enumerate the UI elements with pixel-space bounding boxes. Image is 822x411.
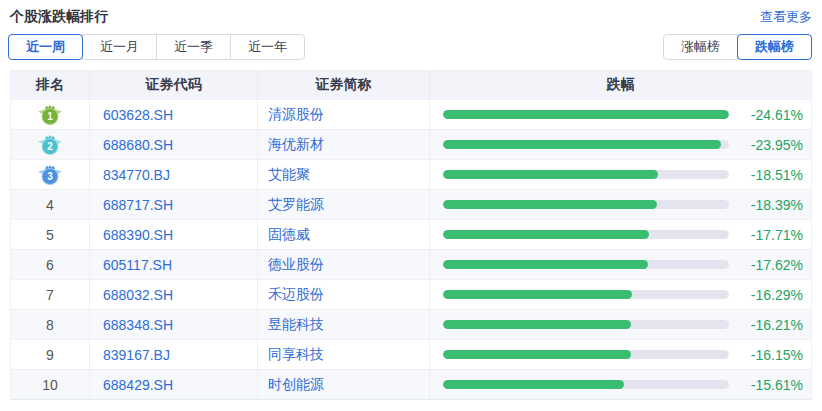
rank-cell: 4 bbox=[11, 190, 90, 219]
bar-track bbox=[443, 200, 729, 209]
tab-gainers[interactable]: 涨幅榜 bbox=[663, 34, 738, 60]
change-value: -24.61% bbox=[739, 107, 803, 123]
ranking-table: 排名 证券代码 证券简称 跌幅 1 603628.SH 清源股份 -24.61%… bbox=[10, 70, 812, 400]
stock-code-link[interactable]: 688680.SH bbox=[90, 130, 258, 159]
stock-ranking-panel: 个股涨跌幅排行 查看更多 近一周 近一月 近一季 近一年 涨幅榜 跌幅榜 排名 … bbox=[0, 0, 822, 411]
bar-track bbox=[443, 140, 729, 149]
medal-rank-2-icon: 2 bbox=[37, 134, 63, 156]
stock-code-link[interactable]: 603628.SH bbox=[90, 100, 258, 129]
svg-text:1: 1 bbox=[47, 111, 53, 122]
change-value: -17.71% bbox=[739, 227, 803, 243]
stock-name-link[interactable]: 昱能科技 bbox=[258, 310, 430, 339]
change-bar bbox=[443, 170, 658, 179]
change-cell: -16.15% bbox=[430, 340, 811, 369]
stock-code-link[interactable]: 688429.SH bbox=[90, 370, 258, 399]
stock-code-link[interactable]: 688390.SH bbox=[90, 220, 258, 249]
board-tab-group: 涨幅榜 跌幅榜 bbox=[663, 34, 812, 60]
stock-name-link[interactable]: 艾能聚 bbox=[258, 160, 430, 189]
change-bar bbox=[443, 140, 721, 149]
stock-name-link[interactable]: 清源股份 bbox=[258, 100, 430, 129]
change-cell: -17.62% bbox=[430, 250, 811, 279]
change-bar bbox=[443, 380, 624, 389]
change-value: -16.21% bbox=[739, 317, 803, 333]
tab-last-month[interactable]: 近一月 bbox=[82, 34, 157, 60]
stock-name-link[interactable]: 同享科技 bbox=[258, 340, 430, 369]
change-cell: -18.39% bbox=[430, 190, 811, 219]
stock-code-link[interactable]: 688717.SH bbox=[90, 190, 258, 219]
change-bar bbox=[443, 200, 657, 209]
tab-losers[interactable]: 跌幅榜 bbox=[737, 34, 812, 60]
change-cell: -17.71% bbox=[430, 220, 811, 249]
svg-text:2: 2 bbox=[47, 141, 53, 152]
stock-code-link[interactable]: 605117.SH bbox=[90, 250, 258, 279]
stock-name-link[interactable]: 禾迈股份 bbox=[258, 280, 430, 309]
table-row: 2 688680.SH 海优新材 -23.95% bbox=[11, 129, 811, 159]
stock-name-link[interactable]: 时创能源 bbox=[258, 370, 430, 399]
rank-cell: 1 bbox=[11, 100, 90, 129]
tab-last-quarter[interactable]: 近一季 bbox=[156, 34, 231, 60]
table-row: 4 688717.SH 艾罗能源 -18.39% bbox=[11, 189, 811, 219]
bar-track bbox=[443, 320, 729, 329]
stock-name-link[interactable]: 德业股份 bbox=[258, 250, 430, 279]
period-tab-group: 近一周 近一月 近一季 近一年 bbox=[8, 34, 305, 60]
stock-code-link[interactable]: 839167.BJ bbox=[90, 340, 258, 369]
change-cell: -15.61% bbox=[430, 370, 811, 399]
table-row: 9 839167.BJ 同享科技 -16.15% bbox=[11, 339, 811, 369]
rank-cell: 10 bbox=[11, 370, 90, 399]
rank-cell: 5 bbox=[11, 220, 90, 249]
change-value: -16.15% bbox=[739, 347, 803, 363]
medal-rank-3-icon: 3 bbox=[37, 164, 63, 186]
bar-track bbox=[443, 380, 729, 389]
stock-name-link[interactable]: 固德威 bbox=[258, 220, 430, 249]
table-row: 7 688032.SH 禾迈股份 -16.29% bbox=[11, 279, 811, 309]
change-bar bbox=[443, 290, 632, 299]
table-row: 1 603628.SH 清源股份 -24.61% bbox=[11, 99, 811, 129]
table-row: 5 688390.SH 固德威 -17.71% bbox=[11, 219, 811, 249]
svg-text:3: 3 bbox=[47, 171, 53, 182]
change-cell: -16.21% bbox=[430, 310, 811, 339]
col-header-change: 跌幅 bbox=[430, 71, 811, 99]
change-value: -16.29% bbox=[739, 287, 803, 303]
bar-track bbox=[443, 290, 729, 299]
rank-cell: 6 bbox=[11, 250, 90, 279]
change-value: -17.62% bbox=[739, 257, 803, 273]
stock-code-link[interactable]: 688032.SH bbox=[90, 280, 258, 309]
panel-header: 个股涨跌幅排行 查看更多 bbox=[0, 0, 822, 26]
view-more-link[interactable]: 查看更多 bbox=[760, 8, 812, 26]
change-cell: -23.95% bbox=[430, 130, 811, 159]
table-body: 1 603628.SH 清源股份 -24.61% 2 688680.SH 海优新… bbox=[11, 99, 811, 399]
table-row: 8 688348.SH 昱能科技 -16.21% bbox=[11, 309, 811, 339]
table-row: 6 605117.SH 德业股份 -17.62% bbox=[11, 249, 811, 279]
tab-last-week[interactable]: 近一周 bbox=[8, 34, 83, 60]
change-value: -15.61% bbox=[739, 377, 803, 393]
col-header-rank: 排名 bbox=[11, 71, 90, 99]
bar-track bbox=[443, 110, 729, 119]
stock-name-link[interactable]: 艾罗能源 bbox=[258, 190, 430, 219]
change-value: -18.51% bbox=[739, 167, 803, 183]
bar-track bbox=[443, 260, 729, 269]
stock-code-link[interactable]: 688348.SH bbox=[90, 310, 258, 339]
change-value: -18.39% bbox=[739, 197, 803, 213]
bar-track bbox=[443, 230, 729, 239]
medal-rank-1-icon: 1 bbox=[37, 104, 63, 126]
rank-cell: 2 bbox=[11, 130, 90, 159]
bar-track bbox=[443, 350, 729, 359]
table-row: 3 834770.BJ 艾能聚 -18.51% bbox=[11, 159, 811, 189]
toolbar: 近一周 近一月 近一季 近一年 涨幅榜 跌幅榜 bbox=[0, 26, 822, 60]
change-bar bbox=[443, 320, 631, 329]
stock-name-link[interactable]: 海优新材 bbox=[258, 130, 430, 159]
change-value: -23.95% bbox=[739, 137, 803, 153]
col-header-name: 证券简称 bbox=[258, 71, 430, 99]
col-header-code: 证券代码 bbox=[90, 71, 258, 99]
table-header-row: 排名 证券代码 证券简称 跌幅 bbox=[11, 71, 811, 99]
change-cell: -18.51% bbox=[430, 160, 811, 189]
change-bar bbox=[443, 110, 729, 119]
change-cell: -16.29% bbox=[430, 280, 811, 309]
rank-cell: 7 bbox=[11, 280, 90, 309]
table-row: 10 688429.SH 时创能源 -15.61% bbox=[11, 369, 811, 399]
change-bar bbox=[443, 230, 649, 239]
stock-code-link[interactable]: 834770.BJ bbox=[90, 160, 258, 189]
rank-cell: 3 bbox=[11, 160, 90, 189]
rank-cell: 8 bbox=[11, 310, 90, 339]
tab-last-year[interactable]: 近一年 bbox=[230, 34, 305, 60]
